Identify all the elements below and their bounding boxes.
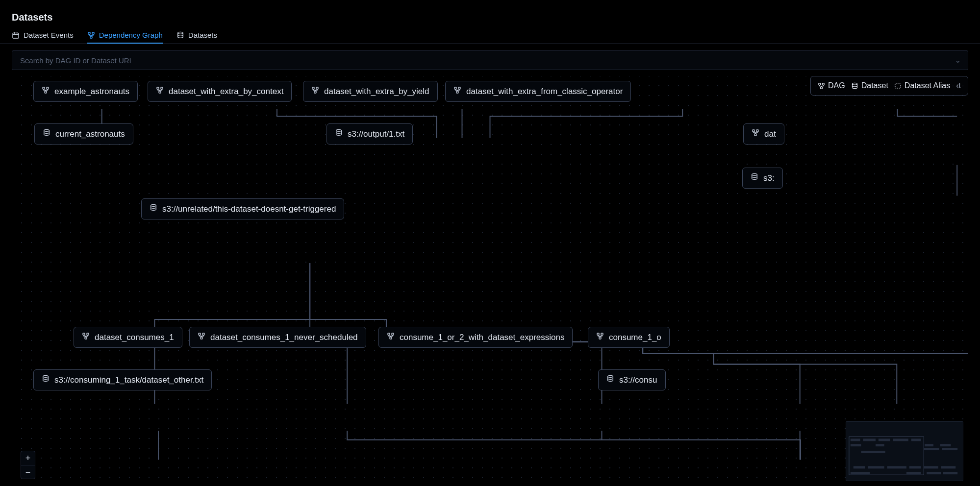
svg-rect-7 xyxy=(45,91,47,93)
svg-rect-56 xyxy=(868,466,884,468)
svg-rect-62 xyxy=(906,472,921,474)
svg-rect-60 xyxy=(941,466,956,468)
node-label: consume_1_or_2_with_dataset_expressions xyxy=(400,333,564,342)
node-label: dataset_consumes_1 xyxy=(95,333,174,342)
node-s3_partial[interactable]: s3: xyxy=(742,168,783,189)
svg-rect-11 xyxy=(312,87,314,89)
graph-canvas[interactable]: example_astronautsdataset_with_extra_by_… xyxy=(12,76,968,486)
dag-icon xyxy=(387,332,395,342)
svg-rect-58 xyxy=(909,466,921,468)
tab-dataset-events[interactable]: Dataset Events xyxy=(12,27,74,43)
chevron-down-icon: ⌄ xyxy=(955,56,961,64)
svg-rect-8 xyxy=(157,87,159,89)
node-dataset_consumes_1_never_scheduled[interactable]: dataset_consumes_1_never_scheduled xyxy=(189,327,366,348)
svg-point-36 xyxy=(43,375,49,377)
svg-point-23 xyxy=(151,204,156,206)
svg-rect-5 xyxy=(43,87,45,89)
dag-icon xyxy=(311,86,319,97)
svg-rect-2 xyxy=(92,32,94,34)
tab-dependency-graph[interactable]: Dependency Graph xyxy=(87,27,163,43)
node-label: dataset_with_extra_from_classic_operator xyxy=(466,87,623,97)
nodes-layer: example_astronautsdataset_with_extra_by_… xyxy=(12,76,968,486)
database-icon xyxy=(335,129,343,139)
database-icon xyxy=(43,129,50,139)
svg-rect-52 xyxy=(861,451,885,453)
svg-rect-21 xyxy=(754,134,756,136)
node-label: dataset_consumes_1_never_scheduled xyxy=(210,333,358,342)
svg-rect-47 xyxy=(911,438,921,441)
dag-icon xyxy=(596,332,604,342)
database-icon xyxy=(42,375,50,385)
minimap-viewport[interactable] xyxy=(849,437,924,475)
zoom-in-button[interactable]: + xyxy=(21,451,35,465)
dag-icon xyxy=(42,86,50,97)
node-label: current_astronauts xyxy=(55,129,125,139)
svg-rect-31 xyxy=(392,333,394,335)
node-dataset_consumes_1[interactable]: dataset_consumes_1 xyxy=(74,327,182,348)
database-icon xyxy=(150,204,157,214)
database-icon xyxy=(606,375,614,385)
node-dataset_with_extra_by_yield[interactable]: dataset_with_extra_by_yield xyxy=(303,81,438,102)
dag-icon xyxy=(818,82,825,90)
legend-dataset: Dataset xyxy=(851,81,888,90)
search-bar[interactable]: ⌄ xyxy=(12,50,968,70)
dag-icon xyxy=(752,129,759,139)
svg-rect-46 xyxy=(893,438,908,441)
svg-rect-38 xyxy=(819,83,821,85)
svg-rect-51 xyxy=(940,444,951,446)
svg-rect-0 xyxy=(13,33,19,38)
svg-rect-19 xyxy=(753,130,754,132)
node-label: dataset_with_extra_by_yield xyxy=(324,87,429,97)
svg-rect-59 xyxy=(924,466,938,468)
legend-alias: Dataset Alias xyxy=(894,81,950,90)
svg-rect-20 xyxy=(756,130,758,132)
datasets-page: Datasets Dataset Events Dependency Graph… xyxy=(0,0,980,486)
search-input[interactable] xyxy=(19,56,955,65)
node-label: s3://consu xyxy=(619,375,657,385)
zoom-out-button[interactable]: − xyxy=(21,465,35,479)
node-s3_consu[interactable]: s3://consu xyxy=(598,369,666,390)
svg-rect-40 xyxy=(821,87,823,89)
node-label: s3://unrelated/this-dataset-doesnt-get-t… xyxy=(162,204,336,214)
minimap[interactable] xyxy=(846,421,963,481)
svg-rect-34 xyxy=(601,333,603,335)
node-dataset_with_extra_by_context[interactable]: dataset_with_extra_by_context xyxy=(148,81,292,102)
svg-rect-28 xyxy=(202,333,204,335)
svg-rect-14 xyxy=(454,87,456,89)
node-consume_1_more[interactable]: consume_1_o xyxy=(588,327,670,348)
zoom-controls: + − xyxy=(21,451,35,479)
node-label: example_astronauts xyxy=(54,87,129,97)
tab-datasets[interactable]: Datasets xyxy=(176,27,217,43)
svg-rect-33 xyxy=(597,333,599,335)
tabs: Dataset Events Dependency Graph Datasets xyxy=(0,27,980,44)
svg-point-41 xyxy=(852,83,857,85)
node-label: s3://output/1.txt xyxy=(348,129,404,139)
node-example_astronauts[interactable]: example_astronauts xyxy=(33,81,138,102)
node-consuming_other[interactable]: s3://consuming_1_task/dataset_other.txt xyxy=(33,369,212,390)
svg-rect-39 xyxy=(822,83,824,85)
node-consume_1_or_2[interactable]: consume_1_or_2_with_dataset_expressions xyxy=(378,327,573,348)
node-s3_output_1[interactable]: s3://output/1.txt xyxy=(327,123,413,145)
svg-rect-54 xyxy=(942,448,957,450)
svg-rect-61 xyxy=(851,472,870,474)
svg-rect-6 xyxy=(47,87,49,89)
svg-rect-35 xyxy=(599,337,601,339)
database-icon xyxy=(751,173,758,183)
svg-point-4 xyxy=(177,32,183,34)
svg-rect-15 xyxy=(458,87,460,89)
dag-icon xyxy=(198,332,205,342)
svg-rect-64 xyxy=(943,472,958,474)
node-unrelated[interactable]: s3://unrelated/this-dataset-doesnt-get-t… xyxy=(141,198,344,219)
svg-rect-42 xyxy=(895,84,901,88)
svg-rect-25 xyxy=(87,333,89,335)
node-dataset_with_extra_from_classic_operator[interactable]: dataset_with_extra_from_classic_operator xyxy=(445,81,631,102)
svg-rect-24 xyxy=(83,333,85,335)
svg-rect-16 xyxy=(456,91,458,93)
node-dat_trunc[interactable]: dat xyxy=(743,123,784,145)
node-current_astronauts[interactable]: current_astronauts xyxy=(34,123,133,145)
graph-icon xyxy=(87,31,95,39)
svg-rect-53 xyxy=(924,448,939,450)
node-label: s3://consuming_1_task/dataset_other.txt xyxy=(54,375,203,385)
legend-dag: DAG xyxy=(818,81,845,90)
svg-rect-3 xyxy=(90,36,92,38)
